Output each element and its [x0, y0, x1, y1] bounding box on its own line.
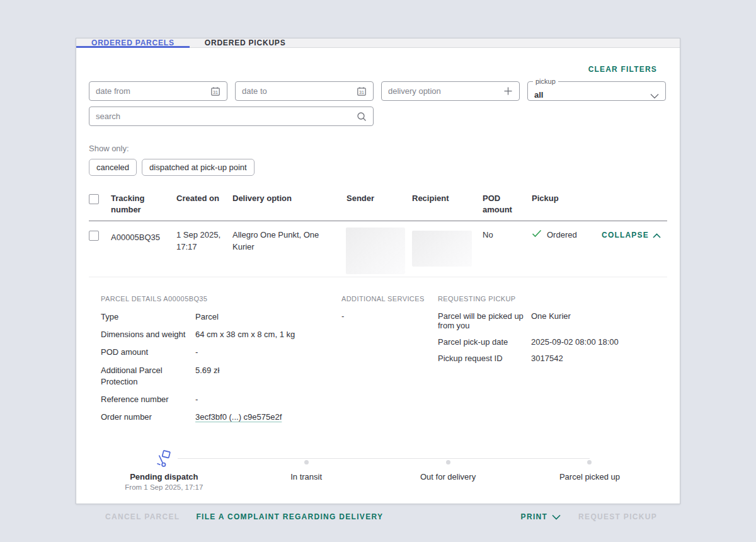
print-button[interactable]: PRINT: [521, 512, 561, 521]
progress-step-label: In transit: [243, 472, 369, 481]
progress-step-parcel-picked-up: Parcel picked up: [527, 450, 653, 481]
created-on-time: 17:17: [176, 241, 226, 253]
collapse-button-label: COLLAPSE: [602, 230, 649, 241]
file-complaint-button[interactable]: FILE A COMPLAINT REGARDING DELIVERY: [196, 512, 383, 521]
progress-step-sublabel: From 1 Sep 2025, 17:17: [101, 483, 227, 491]
search-input[interactable]: [96, 112, 357, 121]
chip-dispatched-at-pickup-point[interactable]: dispatched at pick-up point: [142, 159, 255, 176]
tab-ordered-pickups[interactable]: ORDERED PICKUPS: [190, 38, 301, 47]
created-on-date: 1 Sep 2025,: [176, 229, 226, 241]
delivery-option-input[interactable]: [388, 86, 503, 96]
svg-text:31: 31: [359, 89, 364, 94]
detail-value: -: [195, 394, 341, 405]
pickup-detail-value: 3017542: [531, 354, 667, 363]
collapse-button[interactable]: COLLAPSE: [602, 230, 661, 241]
cancel-parcel-button[interactable]: CANCEL PARCEL: [105, 512, 180, 521]
order-number-link[interactable]: 3ecf3bf0 (...) c9e575e2f: [195, 412, 282, 422]
progress-dot: [304, 460, 309, 464]
pickup-status: Ordered: [547, 229, 577, 241]
date-from-field[interactable]: 31: [89, 81, 227, 101]
search-field[interactable]: [89, 107, 374, 126]
detail-label: Dimensions and weight: [101, 329, 195, 340]
col-header-pod-amount: POD amount: [483, 193, 532, 215]
chevron-up-icon: [653, 233, 661, 238]
show-only-chips: canceled dispatched at pick-up point: [89, 159, 667, 176]
sender-redacted: [346, 228, 405, 274]
progress-step-label: Out for delivery: [385, 472, 511, 481]
search-icon[interactable]: [357, 112, 367, 122]
detail-value: Parcel: [195, 311, 341, 323]
row-checkbox[interactable]: [89, 231, 99, 241]
chevron-down-icon: [650, 91, 659, 101]
detail-value: 64 cm x 38 cm x 8 cm, 1 kg: [195, 329, 341, 340]
chevron-down-icon: [552, 514, 561, 520]
requesting-pickup-heading: REQUESTING PICKUP: [438, 295, 667, 303]
pickup-detail-label: Parcel pick-up date: [438, 337, 531, 347]
tracking-number: A00005BQ35: [111, 229, 176, 244]
progress-step-label: Parcel picked up: [527, 472, 653, 481]
parcels-table: Tracking number Created on Delivery opti…: [89, 193, 667, 277]
clear-filters-button[interactable]: CLEAR FILTERS: [588, 65, 657, 74]
progress-dot: [446, 460, 450, 464]
pickup-detail-label: Parcel will be picked up from you: [438, 311, 531, 330]
pickup-select-label: pickup: [533, 78, 558, 85]
select-all-checkbox[interactable]: [89, 194, 99, 204]
delivery-option-field[interactable]: [381, 81, 520, 101]
order-number-label: Order number: [101, 412, 195, 423]
progress-step-label: Pending dispatch: [101, 472, 227, 481]
pickup-select[interactable]: pickup all: [527, 78, 666, 101]
tab-ordered-parcels[interactable]: ORDERED PARCELS: [76, 38, 190, 47]
plus-icon[interactable]: [503, 86, 513, 96]
progress-step-in-transit: In transit: [243, 450, 369, 481]
pickup-detail-label: Pickup request ID: [438, 354, 531, 363]
col-header-sender: Sender: [346, 193, 412, 204]
col-header-created-on: Created on: [176, 193, 232, 204]
request-pickup-button[interactable]: REQUEST PICKUP: [578, 512, 657, 521]
footer-actions: CANCEL PARCEL FILE A COMPLAINT REGARDING…: [89, 499, 667, 534]
date-to-field[interactable]: 31: [235, 81, 374, 101]
pickup-detail-value: One Kurier: [531, 311, 667, 330]
filter-row: 31 31: [89, 81, 667, 101]
date-to-input[interactable]: [242, 86, 357, 96]
detail-label: Reference number: [101, 394, 195, 405]
detail-label: Additional Parcel Protection: [101, 365, 195, 388]
parcel-details-heading: PARCEL DETAILS A00005BQ35: [101, 295, 341, 303]
delivery-progress-tracker: Pending dispatch From 1 Sep 2025, 17:17 …: [89, 450, 667, 495]
progress-step-pending-dispatch: Pending dispatch From 1 Sep 2025, 17:17: [101, 450, 227, 491]
table-row: A00005BQ35 1 Sep 2025, 17:17 Allegro One…: [89, 221, 667, 277]
check-icon: [532, 229, 542, 241]
parcels-panel: ORDERED PARCELS ORDERED PICKUPS CLEAR FI…: [76, 38, 680, 504]
col-header-tracking-number: Tracking number: [111, 193, 176, 215]
detail-label: POD amount: [101, 347, 195, 358]
col-header-recipient: Recipient: [412, 193, 483, 204]
show-only-label: Show only:: [89, 144, 667, 153]
hand-truck-icon: [154, 449, 173, 468]
additional-services-value: -: [341, 311, 438, 321]
table-header-row: Tracking number Created on Delivery opti…: [89, 193, 667, 221]
print-button-label: PRINT: [521, 512, 548, 521]
col-header-delivery-option: Delivery option: [232, 193, 346, 204]
progress-dot: [587, 460, 592, 464]
detail-label: Type: [101, 311, 195, 323]
pickup-detail-value: 2025-09-02 08:00 18:00: [531, 337, 667, 347]
detail-value: -: [195, 347, 341, 358]
date-from-input[interactable]: [96, 86, 210, 96]
tab-ordered-pickups-label: ORDERED PICKUPS: [205, 38, 286, 47]
progress-step-out-for-delivery: Out for delivery: [385, 450, 511, 481]
parcel-details-section: PARCEL DETAILS A00005BQ35 Type Parcel Di…: [89, 277, 667, 423]
pod-amount-value: No: [483, 229, 532, 241]
recipient-redacted: [412, 231, 472, 267]
pickup-select-value: all: [534, 90, 543, 100]
panel-content: CLEAR FILTERS 31: [76, 48, 680, 534]
chip-canceled[interactable]: canceled: [89, 159, 137, 176]
col-header-pickup: Pickup: [532, 193, 596, 204]
tab-ordered-parcels-label: ORDERED PARCELS: [91, 38, 175, 47]
detail-value: 5.69 zł: [195, 365, 341, 388]
calendar-icon[interactable]: 31: [210, 86, 220, 96]
svg-text:31: 31: [213, 89, 218, 94]
additional-services-heading: ADDITIONAL SERVICES: [341, 295, 438, 303]
delivery-option-value: Allegro One Punkt, One Kurier: [232, 229, 346, 253]
calendar-icon[interactable]: 31: [357, 86, 367, 96]
tab-bar: ORDERED PARCELS ORDERED PICKUPS: [76, 38, 680, 48]
